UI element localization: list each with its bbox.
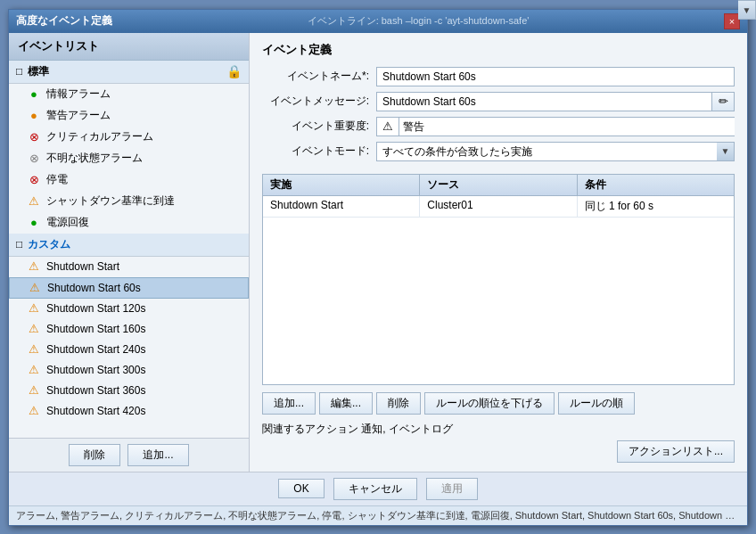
list-item-warning-alarm[interactable]: ● 警告アラーム bbox=[9, 105, 249, 127]
dialog-path: イベントライン: bash –login -c 'ayt-shutdown-sa… bbox=[112, 14, 724, 28]
shutdown-start-60s-icon: ⚠ bbox=[28, 281, 42, 295]
main-dialog: 高度なイベント定義 イベントライン: bash –login -c 'ayt-s… bbox=[8, 9, 748, 526]
shutdown-start-120s-label: Shutdown Start 120s bbox=[46, 302, 145, 315]
list-item-unknown-alarm[interactable]: ⊗ 不明な状態アラーム bbox=[9, 148, 249, 169]
dialog-title: 高度なイベント定義 bbox=[16, 13, 112, 29]
right-panel: イベント定義 イベントネーム*: イベントメッセージ: ✏ イベント重要度: ⚠ bbox=[250, 33, 747, 472]
table-add-button[interactable]: 追加... bbox=[262, 392, 316, 415]
critical-alarm-icon: ⊗ bbox=[27, 129, 41, 144]
event-name-label: イベントネーム*: bbox=[262, 69, 369, 84]
shutdown-start-60s-label: Shutdown Start 60s bbox=[47, 282, 141, 294]
list-item-power-restore[interactable]: ● 電源回復 bbox=[9, 212, 249, 234]
action-list-button[interactable]: アクションリスト... bbox=[617, 440, 735, 463]
warning-alarm-icon: ● bbox=[27, 108, 41, 122]
title-bar: 高度なイベント定義 イベントライン: bash –login -c 'ayt-s… bbox=[9, 10, 747, 33]
shutdown-start-240s-icon: ⚠ bbox=[27, 342, 41, 357]
actions-btn-row: アクションリスト... bbox=[262, 440, 735, 463]
mode-wrapper: すべての条件が合致したら実施 いずれかの条件が合致したら実施 ▼ bbox=[376, 142, 735, 161]
event-definition-header: イベント定義 bbox=[262, 42, 735, 58]
power-failure-label: 停電 bbox=[46, 172, 68, 187]
shutdown-threshold-icon: ⚠ bbox=[27, 193, 41, 208]
warning-alarm-label: 警告アラーム bbox=[46, 108, 111, 123]
table-edit-button[interactable]: 編集... bbox=[319, 392, 373, 415]
list-item-shutdown-start-300s[interactable]: ⚠ Shutdown Start 300s bbox=[9, 360, 249, 381]
event-message-label: イベントメッセージ: bbox=[262, 94, 369, 109]
standard-label: 標準 bbox=[28, 64, 49, 79]
power-restore-icon: ● bbox=[27, 215, 41, 229]
apply-button[interactable]: 適用 bbox=[426, 478, 478, 500]
rule-table-body[interactable]: Shutdown Start Cluster01 同じ 1 for 60 s bbox=[263, 196, 734, 384]
table-move-down-button[interactable]: ルールの順位を下げる bbox=[424, 392, 555, 415]
custom-icon: □ bbox=[16, 238, 22, 251]
table-delete-button[interactable]: 削除 bbox=[376, 392, 421, 415]
severity-warning-icon: ⚠ bbox=[376, 117, 399, 136]
rule-table: 実施 ソース 条件 Shutdown Start Cluster01 同じ 1 … bbox=[262, 174, 735, 385]
shutdown-start-160s-label: Shutdown Start 160s bbox=[46, 323, 145, 335]
list-item-shutdown-start-420s[interactable]: ⚠ Shutdown Start 420s bbox=[9, 401, 249, 422]
col-condition: 条件 bbox=[578, 175, 734, 195]
list-item-shutdown-start-240s[interactable]: ⚠ Shutdown Start 240s bbox=[9, 340, 249, 360]
list-item-power-failure[interactable]: ⊗ 停電 bbox=[9, 169, 249, 191]
left-panel-footer: 削除 追加... bbox=[9, 438, 249, 472]
table-buttons: 追加... 編集... 削除 ルールの順位を下げる ルールの順 bbox=[262, 392, 735, 415]
actions-label: 関連するアクション 通知, イベントログ bbox=[262, 423, 453, 435]
unknown-alarm-label: 不明な状態アラーム bbox=[46, 151, 143, 166]
list-item-shutdown-start-360s[interactable]: ⚠ Shutdown Start 360s bbox=[9, 381, 249, 401]
rule-table-header: 実施 ソース 条件 bbox=[263, 175, 734, 196]
dialog-footer: OK キャンセル 適用 bbox=[9, 472, 747, 505]
cancel-button[interactable]: キャンセル bbox=[333, 478, 417, 500]
event-message-field: ✏ bbox=[376, 92, 735, 111]
list-item-shutdown-start-60s[interactable]: ⚠ Shutdown Start 60s bbox=[9, 277, 249, 299]
info-alarm-icon: ● bbox=[27, 86, 41, 101]
list-item-shutdown-threshold[interactable]: ⚠ シャットダウン基準に到達 bbox=[9, 191, 249, 212]
edit-message-button[interactable]: ✏ bbox=[711, 92, 735, 111]
severity-select[interactable]: 警告 情報 クリティカル bbox=[399, 117, 735, 136]
mode-label: イベントモード: bbox=[262, 144, 369, 159]
event-message-input[interactable] bbox=[376, 92, 711, 111]
table-move-up-button[interactable]: ルールの順 bbox=[558, 392, 635, 415]
list-item-shutdown-start-160s[interactable]: ⚠ Shutdown Start 160s bbox=[9, 319, 249, 340]
event-list-header: イベントリスト bbox=[9, 33, 249, 61]
left-panel: イベントリスト □ 標準 🔒 ● 情報アラーム ● 警告アラーム bbox=[9, 33, 250, 472]
dialog-content: イベントリスト □ 標準 🔒 ● 情報アラーム ● 警告アラーム bbox=[9, 33, 747, 472]
severity-row: イベント重要度: ⚠ 警告 情報 クリティカル ▼ bbox=[262, 117, 735, 136]
list-item-critical-alarm[interactable]: ⊗ クリティカルアラーム bbox=[9, 127, 249, 148]
shutdown-start-360s-label: Shutdown Start 360s bbox=[46, 384, 145, 397]
actions-row: 関連するアクション 通知, イベントログ bbox=[262, 422, 735, 437]
list-item-shutdown-start-120s[interactable]: ⚠ Shutdown Start 120s bbox=[9, 299, 249, 319]
shutdown-start-240s-label: Shutdown Start 240s bbox=[46, 343, 145, 356]
status-bar: アラーム, 警告アラーム, クリティカルアラーム, 不明な状態アラーム, 停電,… bbox=[9, 505, 747, 525]
status-text: アラーム, 警告アラーム, クリティカルアラーム, 不明な状態アラーム, 停電,… bbox=[16, 510, 747, 521]
shutdown-start-120s-icon: ⚠ bbox=[27, 301, 41, 316]
add-button[interactable]: 追加... bbox=[127, 444, 188, 466]
list-item-shutdown-start[interactable]: ⚠ Shutdown Start bbox=[9, 257, 249, 277]
shutdown-threshold-label: シャットダウン基準に到達 bbox=[46, 193, 175, 209]
cell-condition: 同じ 1 for 60 s bbox=[578, 196, 734, 217]
shutdown-start-420s-icon: ⚠ bbox=[27, 404, 41, 418]
list-item-info-alarm[interactable]: ● 情報アラーム bbox=[9, 84, 249, 105]
event-message-row: イベントメッセージ: ✏ bbox=[262, 92, 735, 111]
col-source: ソース bbox=[420, 175, 577, 195]
shutdown-start-300s-icon: ⚠ bbox=[27, 363, 41, 377]
table-row[interactable]: Shutdown Start Cluster01 同じ 1 for 60 s bbox=[263, 196, 734, 218]
mode-row: イベントモード: すべての条件が合致したら実施 いずれかの条件が合致したら実施 … bbox=[262, 142, 735, 161]
mode-select[interactable]: すべての条件が合致したら実施 いずれかの条件が合致したら実施 bbox=[376, 142, 735, 161]
shutdown-start-160s-icon: ⚠ bbox=[27, 322, 41, 336]
shutdown-start-icon: ⚠ bbox=[27, 259, 41, 274]
info-alarm-label: 情報アラーム bbox=[46, 86, 111, 102]
event-name-row: イベントネーム*: bbox=[262, 67, 735, 86]
severity-wrapper: ⚠ 警告 情報 クリティカル ▼ bbox=[376, 117, 735, 136]
list-scroll[interactable]: □ 標準 🔒 ● 情報アラーム ● 警告アラーム ⊗ クリティカルアラーム bbox=[9, 61, 249, 438]
event-name-input[interactable] bbox=[376, 67, 735, 86]
shutdown-start-label: Shutdown Start bbox=[46, 260, 119, 273]
custom-label: カスタム bbox=[28, 237, 70, 252]
cell-source: Cluster01 bbox=[420, 196, 577, 217]
cell-action: Shutdown Start bbox=[263, 196, 420, 217]
left-panel-body: □ 標準 🔒 ● 情報アラーム ● 警告アラーム ⊗ クリティカルアラーム bbox=[9, 61, 249, 438]
power-failure-icon: ⊗ bbox=[27, 172, 41, 186]
unknown-alarm-icon: ⊗ bbox=[27, 151, 41, 165]
power-restore-label: 電源回復 bbox=[46, 215, 89, 230]
delete-button[interactable]: 削除 bbox=[69, 444, 120, 466]
close-button[interactable]: × bbox=[724, 13, 740, 29]
ok-button[interactable]: OK bbox=[278, 479, 324, 498]
